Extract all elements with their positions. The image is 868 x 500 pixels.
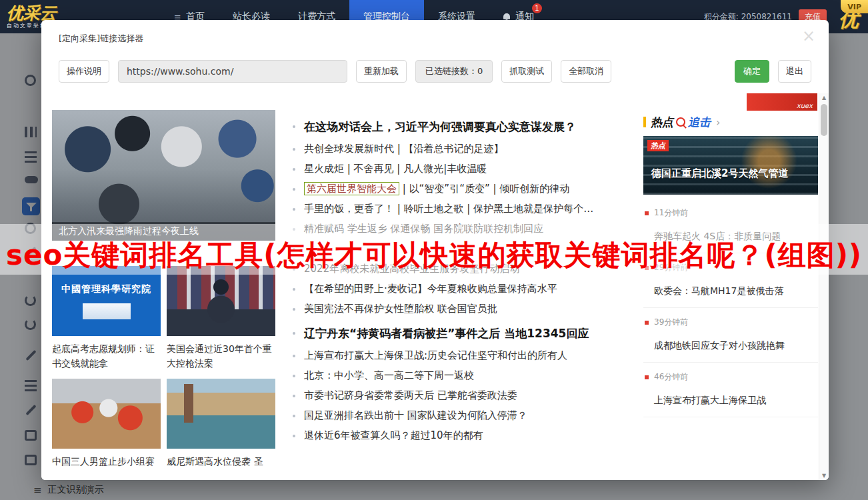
news-text: 共创全球发展新时代 | 【沿着总书记的足迹】 [304,143,504,155]
hot-link[interactable]: 上海宣布打赢大上海保卫战 [654,395,817,407]
news-text: 退休近6年被查算久吗？超过10年的都有 [304,429,483,441]
hot-title-left: 热点 [651,115,673,130]
card-grid: 中國管理科學研究院起底高考志愿规划师：证书交钱就能拿美国会通过近30年首个重大控… [52,266,275,469]
news-item-10[interactable]: 美国宪法不再保护女性堕胎权 联合国官员批 [287,303,647,315]
venice-image [167,379,275,449]
news-text: 在这场对话会上，习近平为何强调要真心实意谋发展？ [304,120,576,133]
news-item-14[interactable]: 市委书记跻身省委常委两天后 已掌舵省委政法委 [287,389,647,402]
modal-header: [定向采集]链接选择器 × [41,20,829,57]
news-card-1[interactable]: 中國管理科學研究院起底高考志愿规划师：证书交钱就能拿 [52,266,161,371]
news-column: 在这场对话会上，习近平为何强调要真心实意谋发展？共创全球发展新时代 | 【沿着总… [287,120,647,449]
news-item-12[interactable]: 上海宣布打赢大上海保卫战:历史会记住坚守和付出的所有人 [287,349,647,362]
reload-button[interactable]: 重新加载 [356,60,407,83]
card-caption: 威尼斯遇高水位侵袭 圣 [167,454,275,469]
hot-link[interactable]: 成都地铁回应女子对小孩跳艳舞 [654,340,817,352]
card-caption: 中国三人男篮止步小组赛 [52,454,161,469]
yellow-bar-icon [643,117,646,127]
close-icon[interactable]: × [802,28,815,44]
selected-link-highlight: 第六届世界智能大会 [304,182,399,195]
news-list: 在这场对话会上，习近平为何强调要真心实意谋发展？共创全球发展新时代 | 【沿着总… [287,120,647,442]
hot-time: 11分钟前 [645,207,817,219]
news-item-5[interactable]: 手里的饭，更香了！ | 聆听土地之歌 | 保护黑土地就是保护每个… [287,203,647,215]
ad-text: xuex [797,102,813,109]
cams-title-text: 中國管理科學研究院 [61,283,151,295]
confirm-button[interactable]: 确定 [735,60,769,83]
news-item-13[interactable]: 北京：中小学、高一高二等下周一返校 [287,369,647,382]
card-caption: 起底高考志愿规划师：证书交钱就能拿 [52,341,161,371]
news-item-1[interactable]: 在这场对话会上，习近平为何强调要真心实意谋发展？ [287,120,647,134]
grab-test-button[interactable]: 抓取测试 [501,60,552,83]
news-text: 辽宁丹东“持黄码者看病被拦”事件之后 当地12345回应 [304,327,589,340]
building-graphic [83,303,131,319]
logo-text: 优采云 [7,5,113,21]
chevron-right-icon: › [716,116,720,129]
hot-time: 39分钟前 [645,317,817,328]
cancel-all-button[interactable]: 全部取消 [561,60,611,83]
hot-group-4: 46分钟前上海宣布打赢大上海保卫战 [643,363,818,417]
news-card-2[interactable]: 美国会通过近30年首个重大控枪法案 [167,266,275,371]
news-item-3[interactable]: 星火成炬 | 不舍再见 | 凡人微光|丰收温暖 [287,163,647,175]
toolbar: 操作说明 重新加载 已选链接数：0 抓取测试 全部取消 确定 退出 [41,57,829,93]
url-input[interactable] [118,60,347,83]
ad-banner[interactable]: xuex [747,93,817,111]
scroll-down-arrow[interactable]: ▼ [819,473,829,479]
cams-image: 中國管理科學研究院 [52,266,161,336]
notification-badge: 1 [532,3,542,13]
hot-link[interactable]: 欧委会：马航MH17是被俄击落 [654,285,817,297]
left-column: 北方入汛来最强降雨过程今夜上线 中國管理科學研究院起底高考志愿规划师：证书交钱就… [52,110,275,469]
news-card-3[interactable]: 中国三人男篮止步小组赛 [52,379,161,469]
news-text: 北京：中小学、高一高二等下周一返校 [304,369,474,381]
news-text: 星火成炬 | 不舍再见 | 凡人微光|丰收温暖 [304,163,487,175]
news-item-11[interactable]: 辽宁丹东“持黄码者看病被拦”事件之后 当地12345回应 [287,327,647,341]
news-card-4[interactable]: 威尼斯遇高水位侵袭 圣 [167,379,275,469]
news-item-9[interactable]: 【在希望的田野上·麦收记】今年夏粮收购总量保持高水平 [287,283,647,295]
hot-image[interactable]: 热点 德国正重启北溪2号天然气管道 [643,136,818,195]
news-text: 美国宪法不再保护女性堕胎权 联合国官员批 [304,303,497,315]
news-item-15[interactable]: 国足亚洲排名跌出前十 国家队建设为何陷入停滞？ [287,409,647,422]
news-text: | 以“智变”引“质变” | 倾听创新的律动 [399,183,569,195]
card-caption: 美国会通过近30年首个重大控枪法案 [167,341,275,371]
selected-count: 已选链接数：0 [415,60,493,83]
scrollbar[interactable]: ▲ ▼ [819,93,829,480]
basketball-image [52,379,161,449]
hot-header[interactable]: 热点 追击 › [643,115,818,129]
news-text: 上海宣布打赢大上海保卫战:历史会记住坚守和付出的所有人 [304,349,567,361]
help-button[interactable]: 操作说明 [59,60,109,83]
news-item-4[interactable]: 第六届世界智能大会 | 以“智变”引“质变” | 倾听创新的律动 [287,183,647,195]
watermark-text: seo关键词排名工具(怎样才可以快速的获取关键词排名呢？(组图)) [6,237,862,274]
news-item-2[interactable]: 共创全球发展新时代 | 【沿着总书记的足迹】 [287,143,647,155]
news-text: 【在希望的田野上·麦收记】今年夏粮收购总量保持高水平 [304,283,557,295]
hero-image[interactable]: 北方入汛来最强降雨过程今夜上线 [52,110,275,241]
vip-badge: VIP [841,0,868,13]
hot-time: 46分钟前 [645,371,817,383]
news-text: 手里的饭，更香了！ | 聆听土地之歌 | 保护黑土地就是保护每个… [304,203,593,215]
scroll-up-arrow[interactable]: ▲ [819,95,829,101]
scroll-thumb[interactable] [821,104,827,136]
hot-group-3: 39分钟前成都地铁回应女子对小孩跳艳舞 [643,308,818,363]
magnifier-icon [676,117,685,127]
biden-image [167,266,275,336]
news-text: 国足亚洲排名跌出前十 国家队建设为何陷入停滞？ [304,409,527,421]
exit-button[interactable]: 退出 [778,60,811,83]
news-text: 市委书记跻身省委常委两天后 已掌舵省委政法委 [304,389,517,401]
embedded-page: xuex 北方入汛来最强降雨过程今夜上线 中國管理科學研究院起底高考志愿规划师：… [41,93,829,480]
hot-title-right: 追击 [688,115,711,130]
screen: 优采云 自动文章采集器 ≡首页站长必读计费方式管理控制台系统设置 通知 1 积分… [0,0,868,500]
hot-tag: 热点 [647,140,669,151]
news-item-16[interactable]: 退休近6年被查算久吗？超过10年的都有 [287,429,647,442]
hot-image-caption: 德国正重启北溪2号天然气管道 [651,167,813,180]
modal-title: [定向采集]链接选择器 [59,33,143,45]
